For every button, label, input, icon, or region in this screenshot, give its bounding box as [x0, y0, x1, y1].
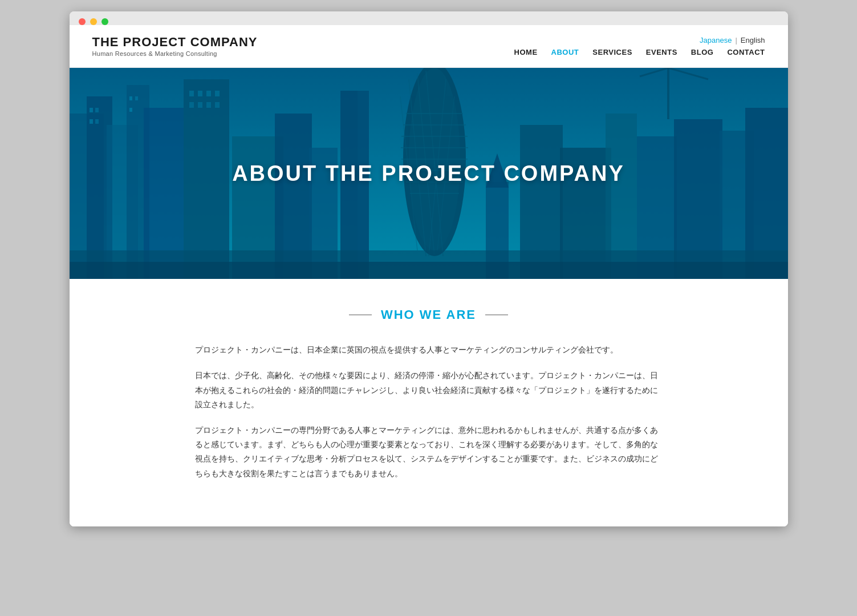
browser-dot-red[interactable] [79, 18, 86, 25]
nav-events[interactable]: EVENTS [646, 48, 677, 56]
hero-content: ABOUT THE PROJECT COMPANY [70, 68, 788, 279]
browser-window: THE PROJECT COMPANY Human Resources & Ma… [70, 11, 788, 526]
content-section: WHO WE ARE プロジェクト・カンパニーは、日本企業に英国の視点を提供する… [70, 279, 788, 526]
browser-body: THE PROJECT COMPANY Human Resources & Ma… [70, 25, 788, 526]
heading-line-left [349, 314, 372, 315]
content-paragraph-1: プロジェクト・カンパニーは、日本企業に英国の視点を提供する人事とマーケティングの… [195, 343, 663, 357]
hero-title: ABOUT THE PROJECT COMPANY [232, 161, 625, 186]
lang-separator: | [735, 36, 737, 44]
who-we-are-title: WHO WE ARE [381, 307, 476, 322]
logo-area: THE PROJECT COMPANY Human Resources & Ma… [92, 35, 258, 57]
hero-section: ABOUT THE PROJECT COMPANY [70, 68, 788, 279]
nav-contact[interactable]: CONTACT [727, 48, 765, 56]
nav-home[interactable]: HOME [514, 48, 538, 56]
nav-services[interactable]: SERVICES [592, 48, 632, 56]
lang-english-link[interactable]: English [741, 36, 765, 44]
content-paragraph-3: プロジェクト・カンパニーの専門分野である人事とマーケティングには、意外に思われる… [195, 423, 663, 481]
nav-blog[interactable]: BLOG [691, 48, 714, 56]
lang-switcher: Japanese | English [700, 36, 765, 44]
header-right: Japanese | English HOME ABOUT SERVICES E… [514, 36, 765, 56]
heading-line-right [485, 314, 508, 315]
browser-chrome [70, 11, 788, 25]
site-header: THE PROJECT COMPANY Human Resources & Ma… [70, 25, 788, 68]
content-text: プロジェクト・カンパニーは、日本企業に英国の視点を提供する人事とマーケティングの… [195, 343, 663, 481]
logo-subtitle: Human Resources & Marketing Consulting [92, 50, 258, 57]
nav-about[interactable]: ABOUT [551, 48, 579, 56]
who-we-are-heading: WHO WE ARE [92, 307, 765, 322]
browser-dot-green[interactable] [101, 18, 108, 25]
logo-title: THE PROJECT COMPANY [92, 35, 258, 49]
content-paragraph-2: 日本では、少子化、高齢化、その他様々な要因により、経済の停滞・縮小が心配されてい… [195, 368, 663, 412]
browser-dot-yellow[interactable] [90, 18, 97, 25]
main-nav: HOME ABOUT SERVICES EVENTS BLOG CONTACT [514, 48, 765, 56]
lang-japanese-link[interactable]: Japanese [700, 36, 732, 44]
